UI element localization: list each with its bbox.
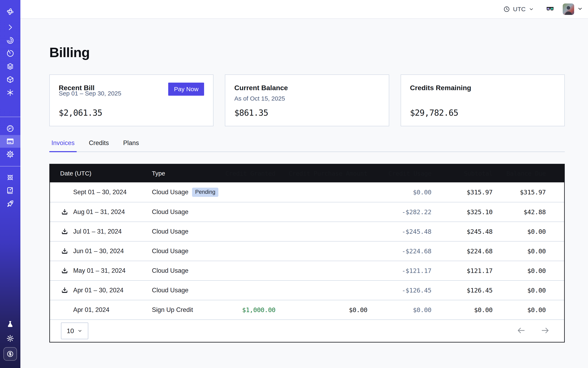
credit-usage: -$126.45 — [367, 287, 431, 294]
credit-usage: $0.00 — [367, 188, 431, 196]
balance-due: $0.00 — [493, 248, 546, 255]
sun-icon[interactable] — [0, 331, 20, 346]
tab-plans[interactable]: Plans — [121, 139, 141, 152]
download-invoice-button[interactable] — [61, 267, 69, 275]
billing-card-icon[interactable] — [0, 135, 20, 148]
column-header: Credit Purchase Amount — [275, 170, 367, 177]
invoice-type: Cloud Usage — [152, 248, 188, 255]
previous-page-button[interactable] — [516, 326, 526, 336]
subtotal: $325.10 — [431, 208, 493, 216]
table-row: Apr 01 – 30, 2024 Cloud Usage -$126.45 $… — [50, 280, 564, 300]
sidebar-divider — [0, 117, 20, 117]
timezone-selector[interactable]: UTC — [503, 6, 534, 13]
subtotal: $224.68 — [431, 248, 493, 255]
asterisk-icon[interactable] — [0, 86, 20, 99]
tab-invoices[interactable]: Invoices — [49, 139, 77, 152]
balance-due: $315.97 — [493, 188, 546, 196]
credits-remaining-card: Credits Remaining $29,782.65 — [401, 74, 565, 126]
icon-spacer — [61, 188, 69, 196]
user-avatar — [563, 3, 574, 15]
download-invoice-button[interactable] — [61, 228, 69, 236]
gear-icon[interactable] — [0, 148, 20, 161]
next-page-button[interactable] — [541, 326, 550, 336]
helm-wheel-icon[interactable] — [0, 171, 20, 184]
cube-icon[interactable] — [0, 73, 20, 86]
main-content: Billing Recent Bill Pay Now Sep 01 – Sep… — [20, 19, 588, 368]
rocket-icon[interactable] — [0, 197, 20, 210]
invoice-period: Apr 01 – 30, 2024 — [73, 287, 123, 294]
current-balance-card: Current Balance As of Oct 15, 2025 $861.… — [225, 74, 389, 126]
invoice-type: Cloud Usage — [152, 267, 188, 274]
chevron-down-icon — [528, 6, 534, 12]
subtotal: $315.97 — [431, 188, 493, 196]
card-title: Current Balance — [234, 83, 288, 92]
credit-usage: $0.00 — [367, 306, 431, 313]
tab-credits[interactable]: Credits — [87, 139, 111, 152]
card-title: Credits Remaining — [410, 83, 471, 92]
page-size-value: 10 — [67, 327, 74, 335]
invoices-table: Date (UTC) Type Credit Granted Credit Pu… — [49, 164, 565, 342]
book-sparkle-icon[interactable] — [0, 184, 20, 197]
page-size-select[interactable]: 10 — [61, 322, 88, 339]
table-header: Date (UTC) Type Credit Granted Credit Pu… — [50, 165, 564, 182]
chevron-down-icon — [77, 328, 82, 333]
page-title: Billing — [49, 45, 565, 60]
spiral-icon[interactable] — [0, 34, 20, 47]
table-row: Jul 01 – 31, 2024 Cloud Usage -$245.48 $… — [50, 221, 564, 241]
3d-glasses-icon[interactable] — [546, 5, 555, 14]
balance-due: $0.00 — [493, 267, 546, 274]
invoice-period: May 01 – 31, 2024 — [73, 267, 126, 274]
balance-due: $0.00 — [493, 228, 546, 235]
invoice-type: Sign Up Credit — [152, 306, 193, 313]
invoice-type: Cloud Usage — [152, 188, 188, 196]
subtotal: $126.45 — [431, 287, 493, 294]
billing-tabs: Invoices Credits Plans — [49, 139, 565, 152]
table-row: Sept 01 – 30, 2024 Cloud UsagePending $0… — [50, 182, 564, 202]
table-row: Aug 01 – 31, 2024 Cloud Usage -$282.22 $… — [50, 202, 564, 221]
table-footer: 10 — [50, 320, 564, 342]
invoice-type: Cloud Usage — [152, 208, 188, 216]
flask-icon[interactable] — [0, 317, 20, 331]
download-invoice-button[interactable] — [61, 208, 69, 216]
billing-period: Sep 01 – Sep 30, 2025 — [59, 90, 204, 97]
sidebar-divider — [0, 166, 20, 166]
balance-as-of-date: As of Oct 15, 2025 — [234, 95, 380, 102]
table-row: Jun 01 – 30, 2024 Cloud Usage -$224.68 $… — [50, 241, 564, 261]
invoice-period: Jul 01 – 31, 2024 — [73, 228, 122, 235]
balance-due: $42.88 — [493, 208, 546, 216]
status-badge: Pending — [192, 188, 218, 197]
column-header: Type — [152, 170, 219, 177]
column-header: Credit Usage — [367, 170, 431, 177]
column-header: Date (UTC) — [50, 170, 152, 177]
timezone-label: UTC — [513, 6, 526, 13]
credit-purchase-amount: $0.00 — [275, 306, 367, 313]
account-menu[interactable] — [563, 3, 583, 15]
dollar-badge-icon[interactable] — [3, 347, 17, 361]
table-row: May 01 – 31, 2024 Cloud Usage -$121.17 $… — [50, 261, 564, 280]
column-header: Balance Due — [493, 170, 546, 177]
credit-usage: -$245.48 — [367, 228, 431, 235]
balance-due: $0.00 — [493, 287, 546, 294]
subtotal: $245.48 — [431, 228, 493, 235]
orbit-logo[interactable] — [0, 4, 20, 19]
balance-due: $0.00 — [493, 306, 546, 313]
invoice-type: Cloud Usage — [152, 287, 188, 294]
layers-icon[interactable] — [0, 60, 20, 73]
credit-usage: -$282.22 — [367, 208, 431, 216]
sidebar-bottom-group — [0, 317, 20, 368]
column-header: Subtotal — [431, 170, 493, 177]
timer-reset-icon[interactable] — [0, 47, 20, 60]
billing-page: UTC Billing Recent Bill Pay Now Sep 01 –… — [0, 0, 588, 368]
sidebar — [0, 0, 20, 368]
pagination-controls — [516, 326, 550, 336]
invoice-period: Apr 01, 2024 — [73, 306, 109, 313]
subtotal: $121.17 — [431, 267, 493, 274]
invoice-period: Sept 01 – 30, 2024 — [73, 188, 127, 196]
download-invoice-button[interactable] — [61, 286, 69, 294]
download-invoice-button[interactable] — [61, 247, 69, 255]
gauge-icon[interactable] — [0, 122, 20, 135]
column-header: Credit Granted — [219, 170, 275, 177]
credit-granted: $1,000.00 — [219, 306, 275, 313]
invoice-period: Jun 01 – 30, 2024 — [73, 248, 124, 255]
chevron-right-icon[interactable] — [0, 21, 20, 34]
